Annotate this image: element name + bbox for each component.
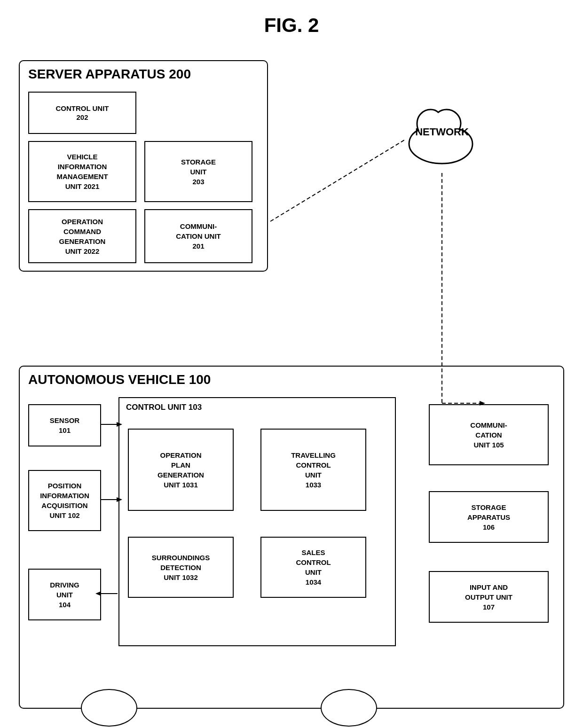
storage-apparatus-106: STORAGEAPPARATUS106 [429, 491, 549, 543]
wheel-left [81, 689, 137, 727]
sensor-101-label: SENSOR101 [50, 415, 79, 435]
position-info-102-label: POSITIONINFORMATIONACQUISITIONUNIT 102 [40, 481, 89, 520]
comm-unit-201: COMMUNI-CATION UNIT201 [144, 209, 252, 263]
op-plan-gen-1031-label: OPERATIONPLANGENERATIONUNIT 1031 [158, 450, 204, 490]
diagram-container: SERVER APPARATUS 200 CONTROL UNIT202 VEH… [9, 46, 574, 728]
operation-cmd-gen-unit: OPERATIONCOMMANDGENERATIONUNIT 2022 [28, 209, 136, 263]
input-output-107-label: INPUT ANDOUTPUT UNIT107 [465, 582, 512, 612]
vehicle-info-mgmt-unit: VEHICLEINFORMATIONMANAGEMENTUNIT 2021 [28, 141, 136, 202]
op-plan-gen-1031: OPERATIONPLANGENERATIONUNIT 1031 [128, 429, 234, 511]
sensor-101: SENSOR101 [28, 404, 101, 446]
storage-apparatus-106-label: STORAGEAPPARATUS106 [467, 502, 510, 532]
control-unit-202-label: CONTROL UNIT202 [55, 104, 109, 122]
control-unit-103: CONTROL UNIT 103 OPERATIONPLANGENERATION… [118, 397, 396, 646]
driving-unit-104-label: DRIVINGUNIT104 [50, 580, 79, 610]
storage-unit-203: STORAGEUNIT203 [144, 141, 252, 202]
travelling-ctrl-1033: TRAVELLINGCONTROLUNIT1033 [260, 429, 366, 511]
position-info-102: POSITIONINFORMATIONACQUISITIONUNIT 102 [28, 470, 101, 531]
vehicle-info-mgmt-label: VEHICLEINFORMATIONMANAGEMENTUNIT 2021 [56, 152, 108, 191]
network-cloud-svg [395, 107, 489, 173]
control-unit-103-title: CONTROL UNIT 103 [126, 403, 202, 412]
autonomous-vehicle-box: AUTONOMOUS VEHICLE 100 SENSOR101 POSITIO… [19, 366, 564, 709]
travelling-ctrl-1033-label: TRAVELLINGCONTROLUNIT1033 [291, 450, 336, 490]
control-unit-202: CONTROL UNIT202 [28, 92, 136, 134]
server-apparatus-box: SERVER APPARATUS 200 CONTROL UNIT202 VEH… [19, 60, 268, 272]
network-label: NETWORK [404, 126, 480, 138]
input-output-107: INPUT ANDOUTPUT UNIT107 [429, 571, 549, 623]
autonomous-vehicle-title: AUTONOMOUS VEHICLE 100 [28, 372, 211, 387]
svg-line-0 [270, 140, 404, 221]
surroundings-detect-1032: SURROUNDINGSDETECTIONUNIT 1032 [128, 537, 234, 598]
driving-unit-104: DRIVINGUNIT104 [28, 569, 101, 620]
wheel-right [321, 689, 377, 727]
surroundings-detect-1032-label: SURROUNDINGSDETECTIONUNIT 1032 [152, 553, 210, 582]
storage-unit-203-label: STORAGEUNIT203 [181, 157, 216, 187]
page-title: FIG. 2 [0, 0, 583, 46]
comm-unit-105: COMMUNI-CATIONUNIT 105 [429, 404, 549, 465]
sales-ctrl-1034: SALESCONTROLUNIT1034 [260, 537, 366, 598]
comm-unit-201-label: COMMUNI-CATION UNIT201 [176, 221, 221, 251]
sales-ctrl-1034-label: SALESCONTROLUNIT1034 [296, 548, 331, 587]
comm-unit-105-label: COMMUNI-CATIONUNIT 105 [470, 420, 507, 450]
operation-cmd-gen-label: OPERATIONCOMMANDGENERATIONUNIT 2022 [59, 217, 106, 256]
server-apparatus-title: SERVER APPARATUS 200 [28, 67, 191, 82]
